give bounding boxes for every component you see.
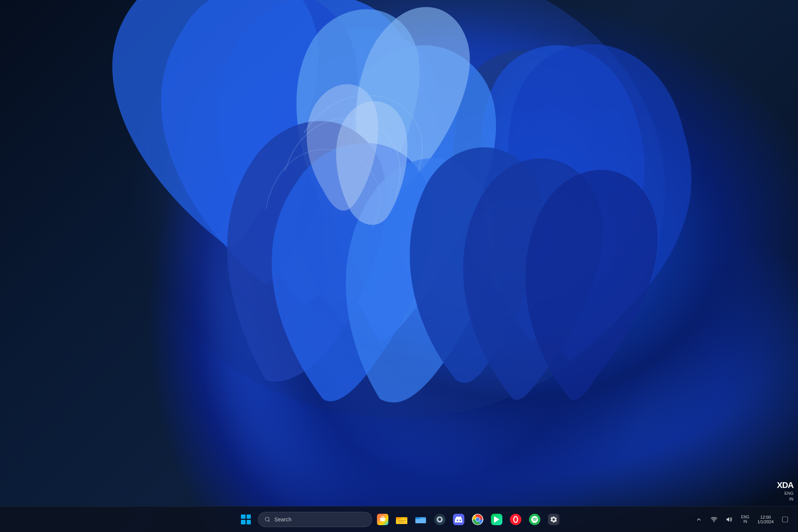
taskbar-center: Search [236, 510, 562, 529]
xda-lang: ENG [777, 491, 793, 496]
svg-point-15 [476, 518, 480, 521]
store-icon-svg [379, 516, 386, 523]
svg-point-18 [714, 521, 715, 522]
search-label: Search [274, 516, 292, 522]
volume-icon [726, 516, 733, 522]
tray-language-button[interactable]: ENG IN [738, 513, 753, 526]
svg-line-2 [269, 520, 270, 522]
chrome-icon-bg [472, 514, 483, 525]
spotify-icon-svg [531, 516, 538, 523]
store-icon-bg [377, 514, 388, 525]
win-logo-yellow [247, 520, 251, 524]
steam-icon-bg [434, 514, 445, 525]
settings-icon-bg [548, 514, 559, 525]
search-icon [264, 516, 271, 522]
opera-icon-svg [511, 515, 520, 524]
steam-icon-svg [436, 516, 443, 523]
system-tray: ENG IN 12:00 1/1/2024 [692, 513, 792, 526]
settings-icon-svg [550, 516, 557, 523]
app-icon-folder[interactable] [412, 511, 429, 528]
app-icon-spotify[interactable] [526, 511, 543, 528]
bloom-illustration [38, 0, 760, 437]
clock-date: 1/1/2024 [757, 519, 774, 524]
app-icon-play[interactable] [488, 511, 505, 528]
clock-button[interactable]: 12:00 1/1/2024 [754, 514, 777, 525]
app-icon-steam[interactable] [431, 511, 448, 528]
svg-rect-6 [397, 520, 406, 521]
wallpaper [0, 0, 798, 532]
discord-icon-bg [453, 514, 464, 525]
taskbar: Search [0, 506, 798, 532]
win-logo-blue [241, 515, 245, 519]
discord-icon-svg [455, 516, 462, 522]
network-icon [711, 516, 717, 522]
win-logo-red [247, 515, 251, 519]
search-bar[interactable]: Search [258, 512, 372, 527]
app-icon-explorer[interactable] [393, 511, 410, 528]
opera-icon-bg [510, 514, 521, 525]
explorer-icon-svg [396, 514, 407, 525]
tray-notification-button[interactable] [778, 513, 792, 526]
svg-rect-19 [782, 517, 788, 522]
windows-logo [241, 515, 251, 524]
play-icon-bg [491, 514, 502, 525]
explorer-icon-bg [396, 514, 407, 525]
language-label: ENG [741, 515, 749, 519]
app-icon-settings[interactable] [545, 511, 562, 528]
desktop: XDA ENG IN Search [0, 0, 798, 532]
start-button[interactable] [236, 510, 256, 529]
xda-watermark: XDA ENG IN [777, 480, 793, 502]
folder-icon-bg [415, 514, 426, 525]
tray-volume-button[interactable] [722, 513, 736, 526]
chrome-icon-svg [472, 514, 483, 525]
svg-rect-5 [396, 517, 401, 519]
input-method-label: IN [743, 519, 747, 524]
app-icon-opera[interactable] [507, 511, 524, 528]
play-icon-svg [493, 516, 500, 523]
xda-logo: XDA [777, 480, 793, 491]
chevron-up-icon [697, 517, 701, 522]
xda-region: IN [777, 496, 793, 502]
app-icon-chrome[interactable] [469, 511, 486, 528]
notification-icon [782, 516, 788, 522]
app-icon-discord[interactable] [450, 511, 467, 528]
spotify-icon-bg [529, 514, 540, 525]
clock-time: 12:00 [760, 515, 771, 519]
svg-rect-4 [396, 519, 407, 524]
svg-rect-7 [397, 522, 404, 522]
svg-rect-9 [415, 519, 426, 523]
app-icon-store[interactable] [374, 511, 391, 528]
svg-rect-10 [415, 517, 420, 519]
tray-network-button[interactable] [707, 513, 721, 526]
win-logo-green [241, 520, 245, 524]
folder-icon-svg [415, 515, 426, 524]
tray-overflow-button[interactable] [692, 513, 706, 526]
